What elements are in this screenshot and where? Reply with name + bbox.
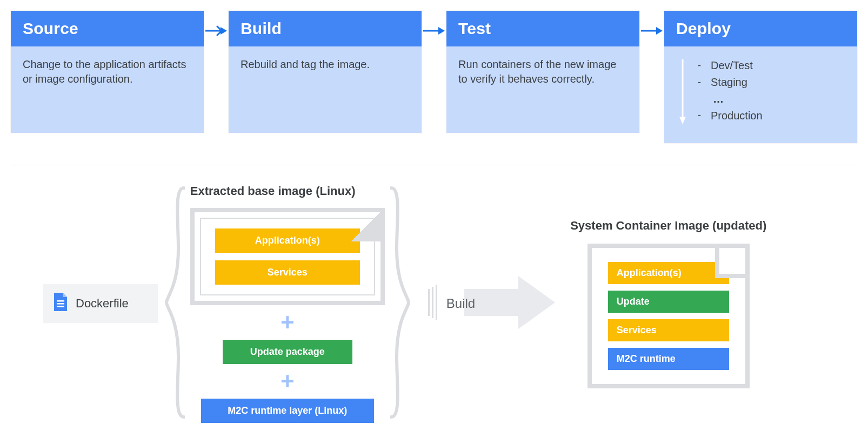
svg-marker-2 xyxy=(438,27,445,35)
arrow-right-icon xyxy=(204,11,229,37)
chip-applications: Application(s) xyxy=(608,262,729,284)
stage-build: Build Rebuild and tag the image. xyxy=(229,11,422,133)
chip-applications: Application(s) xyxy=(215,228,360,253)
deploy-item: Dev/Test xyxy=(711,57,763,74)
deploy-dashes: -- - xyxy=(698,57,701,123)
section-divider xyxy=(11,165,857,165)
output-title: System Container Image (updated) xyxy=(570,219,766,233)
chip-services: Services xyxy=(608,319,729,341)
arrow-block-right-icon xyxy=(464,273,556,334)
svg-marker-4 xyxy=(656,27,663,35)
dockerfile-label: Dockerfile xyxy=(76,297,129,311)
center-stack: Extracted base image (Linux) Application… xyxy=(190,184,385,423)
chip-services: Services xyxy=(215,260,360,285)
stage-title: Source xyxy=(11,11,204,46)
base-image-card: Application(s) Services xyxy=(190,208,385,305)
chip-m2c-runtime: M2C runtime xyxy=(608,348,729,370)
chip-update-package: Update package xyxy=(223,340,352,364)
svg-rect-9 xyxy=(57,306,64,307)
base-image-inner: Application(s) Services xyxy=(200,218,375,295)
chip-update: Update xyxy=(608,291,729,313)
center-title: Extracted base image (Linux) xyxy=(190,184,356,198)
deploy-item: Production xyxy=(711,107,763,124)
output-doc: Application(s) Update Services M2C runti… xyxy=(587,244,750,388)
deploy-item: Staging xyxy=(711,74,763,91)
plus-icon: + xyxy=(281,311,295,334)
document-icon xyxy=(52,292,68,315)
stage-body: Change to the application artifacts or i… xyxy=(11,46,204,133)
stage-body: Run containers of the new image to verif… xyxy=(446,46,639,133)
stage-title: Build xyxy=(229,11,422,46)
svg-rect-11 xyxy=(432,287,433,318)
stage-test: Test Run containers of the new image to … xyxy=(446,11,639,133)
stage-source: Source Change to the application artifac… xyxy=(11,11,204,133)
svg-rect-12 xyxy=(436,285,437,320)
brace-left-icon xyxy=(163,184,185,423)
deploy-items: Dev/Test Staging … Production xyxy=(711,57,763,124)
svg-marker-6 xyxy=(679,117,686,124)
lower-diagram: Dockerfile Extracted base image (Linux) … xyxy=(11,184,857,423)
dockerfile-block: Dockerfile xyxy=(43,284,158,323)
stage-title: Deploy xyxy=(664,11,857,46)
stage-deploy: Deploy -- - Dev/Test Staging … Productio… xyxy=(664,11,857,143)
svg-rect-7 xyxy=(57,300,64,302)
stage-title: Test xyxy=(446,11,639,46)
svg-marker-0 xyxy=(221,27,227,35)
pipeline-row: Source Change to the application artifac… xyxy=(11,11,857,143)
output-column: System Container Image (updated) Applica… xyxy=(570,219,766,388)
svg-rect-10 xyxy=(428,289,430,316)
stage-body: Rebuild and tag the image. xyxy=(229,46,422,133)
stage-body: -- - Dev/Test Staging … Production xyxy=(664,46,857,143)
arrow-right-icon xyxy=(639,11,664,37)
build-label: Build xyxy=(446,296,475,311)
chip-m2c-runtime: M2C runtime layer (Linux) xyxy=(201,399,374,423)
svg-rect-8 xyxy=(57,303,64,305)
brace-right-icon xyxy=(390,184,412,423)
build-arrow: Build xyxy=(426,273,556,334)
arrow-right-icon xyxy=(422,11,446,37)
plus-icon: + xyxy=(281,369,295,393)
deploy-item: … xyxy=(711,91,763,107)
arrow-down-icon xyxy=(678,57,688,128)
